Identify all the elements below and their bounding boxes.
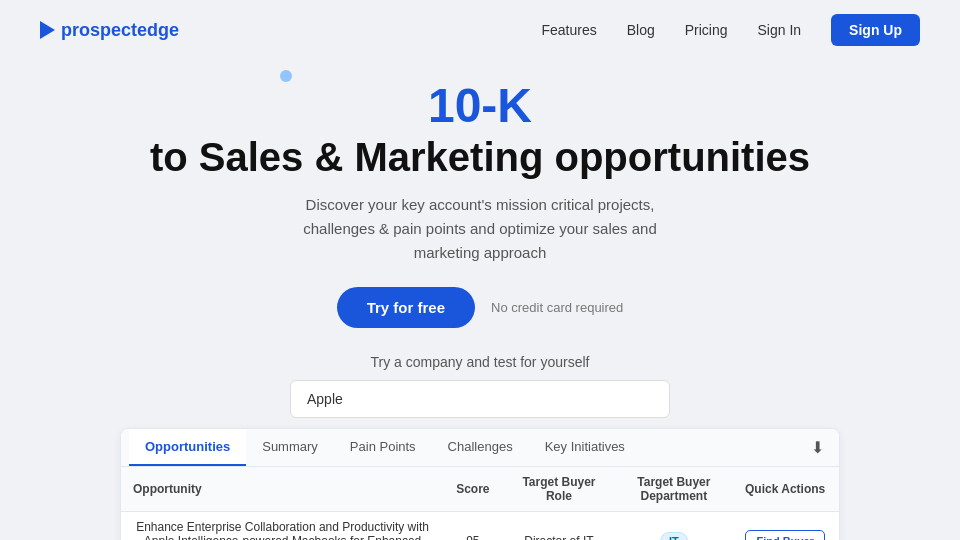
tab-opportunities[interactable]: Opportunities (129, 429, 246, 466)
col-score: Score (444, 467, 501, 512)
cell-score-0: 95 (444, 511, 501, 540)
tab-summary[interactable]: Summary (246, 429, 334, 466)
col-buyer-role: Target Buyer Role (502, 467, 617, 512)
opportunities-table: Opportunity Score Target Buyer Role Targ… (121, 467, 839, 540)
hero-description: Discover your key account's mission crit… (270, 193, 690, 265)
tab-bar: Opportunities Summary Pain Points Challe… (121, 429, 839, 467)
hero-headline-blue: 10-K (40, 80, 920, 133)
results-card: Opportunities Summary Pain Points Challe… (120, 428, 840, 540)
tab-challenges[interactable]: Challenges (432, 429, 529, 466)
company-search-input[interactable] (290, 380, 670, 418)
hero-section: 10-K to Sales & Marketing opportunities … (0, 60, 960, 338)
table-row: Enhance Enterprise Collaboration and Pro… (121, 511, 839, 540)
nav-features[interactable]: Features (541, 22, 596, 38)
sign-up-button[interactable]: Sign Up (831, 14, 920, 46)
no-cc-text: No credit card required (491, 300, 623, 315)
nav-blog[interactable]: Blog (627, 22, 655, 38)
nav-links: Features Blog Pricing Sign In Sign Up (541, 14, 920, 46)
logo[interactable]: prospectedge (40, 20, 179, 41)
search-bar (40, 380, 920, 418)
cell-action-0: Find Buyer (731, 511, 839, 540)
hero-headline-black: to Sales & Marketing opportunities (40, 133, 920, 181)
find-buyer-button-0[interactable]: Find Buyer (745, 530, 824, 540)
demo-label: Try a company and test for yourself (40, 354, 920, 370)
sign-in-link[interactable]: Sign In (758, 22, 802, 38)
tab-key-initiatives[interactable]: Key Initiatives (529, 429, 641, 466)
decorative-dot (280, 70, 292, 82)
logo-text: prospectedge (61, 20, 179, 41)
hero-cta: Try for free No credit card required (40, 287, 920, 328)
demo-section: Try a company and test for yourself Oppo… (0, 338, 960, 540)
nav-pricing[interactable]: Pricing (685, 22, 728, 38)
col-opportunity: Opportunity (121, 467, 444, 512)
logo-icon (40, 21, 55, 39)
cell-department-0: IT (616, 511, 731, 540)
cell-opportunity-0: Enhance Enterprise Collaboration and Pro… (121, 511, 444, 540)
download-icon[interactable]: ⬇ (803, 433, 831, 461)
cell-buyer-role-0: Director of IT (502, 511, 617, 540)
col-actions: Quick Actions (731, 467, 839, 512)
navbar: prospectedge Features Blog Pricing Sign … (0, 0, 960, 60)
col-department: Target Buyer Department (616, 467, 731, 512)
department-badge-0: IT (660, 532, 688, 540)
try-for-free-button[interactable]: Try for free (337, 287, 475, 328)
tab-pain-points[interactable]: Pain Points (334, 429, 432, 466)
